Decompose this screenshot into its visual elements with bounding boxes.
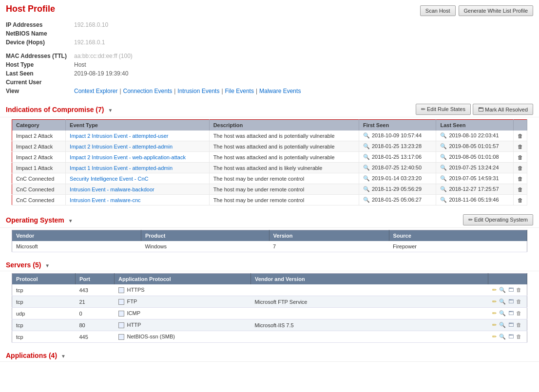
server-table-row: tcp 21 FTP Microsoft FTP Service ✏ 🔍 🗔 🗑 bbox=[12, 296, 527, 308]
srv-actions: ✏ 🔍 🗔 🗑 bbox=[488, 319, 527, 331]
delete-icon[interactable]: 🗑 bbox=[516, 287, 521, 293]
srv-port: 0 bbox=[76, 308, 115, 319]
os-version: 7 bbox=[269, 241, 389, 252]
copy-icon[interactable]: 🗔 bbox=[508, 287, 514, 293]
search-icon[interactable]: 🔍 bbox=[499, 334, 506, 339]
ioc-first-seen: 🔍2018-01-25 13:23:28 bbox=[359, 141, 436, 152]
search-icon[interactable]: 🔍 bbox=[363, 132, 370, 138]
copy-icon[interactable]: 🗔 bbox=[508, 299, 514, 304]
intrusion-events-link[interactable]: Intrusion Events bbox=[177, 88, 219, 94]
server-table-row: tcp 80 HTTP Microsoft-IIS 7.5 ✏ 🔍 🗔 🗑 bbox=[12, 319, 527, 331]
server-table-row: udp 0 ICMP ✏ 🔍 🗔 🗑 bbox=[12, 308, 527, 319]
search-icon[interactable]: 🔍 bbox=[499, 322, 506, 328]
malware-events-link[interactable]: Malware Events bbox=[259, 88, 301, 94]
ioc-delete[interactable]: 🗑 bbox=[514, 195, 527, 205]
delete-icon[interactable]: 🗑 bbox=[516, 310, 521, 316]
edit-icon[interactable]: ✏ bbox=[492, 287, 497, 293]
ioc-last-seen: 🔍2019-08-05 01:01:57 bbox=[436, 141, 514, 152]
ioc-table-row: Impact 2 Attack Impact 2 Intrusion Event… bbox=[12, 152, 527, 163]
search-icon[interactable]: 🔍 bbox=[363, 165, 370, 170]
search-icon[interactable]: 🔍 bbox=[440, 175, 447, 181]
edit-icon[interactable]: ✏ bbox=[492, 334, 497, 339]
device-value: 192.168.0.1 bbox=[74, 38, 533, 46]
context-explorer-link[interactable]: Context Explorer bbox=[74, 88, 117, 94]
ioc-delete[interactable]: 🗑 bbox=[514, 184, 527, 195]
edit-rule-states-button[interactable]: ✏ Edit Rule States bbox=[416, 104, 471, 115]
scan-host-button[interactable]: Scan Host bbox=[420, 5, 456, 16]
srv-vendor-version: Microsoft FTP Service bbox=[251, 296, 488, 308]
search-icon[interactable]: 🔍 bbox=[363, 175, 370, 181]
srv-col-protocol: Protocol bbox=[12, 274, 76, 285]
edit-icon[interactable]: ✏ bbox=[492, 322, 497, 328]
srv-app-protocol: HTTPS bbox=[115, 284, 251, 296]
current-user-value bbox=[74, 78, 533, 86]
search-icon[interactable]: 🔍 bbox=[363, 143, 370, 149]
edit-os-button[interactable]: ✏ Edit Operating System bbox=[463, 214, 533, 225]
srv-actions: ✏ 🔍 🗔 🗑 bbox=[488, 284, 527, 296]
search-icon[interactable]: 🔍 bbox=[440, 132, 447, 138]
copy-icon[interactable]: 🗔 bbox=[508, 310, 514, 316]
edit-icon[interactable]: ✏ bbox=[492, 310, 497, 316]
delete-icon[interactable]: 🗑 bbox=[516, 334, 521, 339]
search-icon[interactable]: 🔍 bbox=[499, 299, 506, 304]
server-table-row: tcp 443 HTTPS ✏ 🔍 🗔 🗑 bbox=[12, 284, 527, 296]
mac-value: aa:bb:cc:dd:ee:ff (100) bbox=[74, 52, 533, 60]
copy-icon[interactable]: 🗔 bbox=[508, 334, 514, 339]
ioc-delete[interactable]: 🗑 bbox=[514, 173, 527, 184]
pencil-icon: ✏ bbox=[421, 106, 425, 112]
apps-section-title: Applications (4) ▼ bbox=[6, 352, 66, 359]
ioc-table-row: CnC Connected Security Intelligence Even… bbox=[12, 173, 527, 184]
ioc-last-seen: 🔍2018-12-27 17:25:57 bbox=[436, 184, 514, 195]
ioc-table-row: Impact 2 Attack Impact 2 Intrusion Event… bbox=[12, 141, 527, 152]
ioc-category: Impact 2 Attack bbox=[12, 131, 66, 141]
srv-protocol: tcp bbox=[12, 331, 76, 343]
srv-protocol: tcp bbox=[12, 284, 76, 296]
ioc-last-seen: 🔍2019-07-05 14:59:31 bbox=[436, 173, 514, 184]
mark-all-resolved-button[interactable]: 🗔 Mark All Resolved bbox=[473, 104, 533, 115]
search-icon[interactable]: 🔍 bbox=[440, 197, 447, 203]
ioc-category: CnC Connected bbox=[12, 173, 66, 184]
file-events-link[interactable]: File Events bbox=[225, 88, 254, 94]
ioc-description: The host may be under remote control bbox=[209, 173, 359, 184]
ioc-delete[interactable]: 🗑 bbox=[514, 152, 527, 163]
ioc-first-seen: 🔍2018-01-25 13:17:06 bbox=[359, 152, 436, 163]
search-icon[interactable]: 🔍 bbox=[363, 197, 370, 203]
search-icon[interactable]: 🔍 bbox=[440, 154, 447, 160]
ioc-first-seen: 🔍2018-07-25 12:40:50 bbox=[359, 163, 436, 173]
search-icon[interactable]: 🔍 bbox=[440, 143, 447, 149]
delete-icon[interactable]: 🗑 bbox=[516, 299, 521, 304]
os-col-vendor: Vendor bbox=[12, 230, 141, 242]
delete-icon[interactable]: 🗑 bbox=[516, 322, 521, 328]
ioc-category: Impact 2 Attack bbox=[12, 152, 66, 163]
ioc-delete[interactable]: 🗑 bbox=[514, 163, 527, 173]
os-col-source: Source bbox=[389, 230, 527, 242]
edit-icon[interactable]: ✏ bbox=[492, 299, 497, 304]
view-links: Context Explorer | Connection Events | I… bbox=[74, 87, 533, 95]
os-section-title: Operating System ▼ bbox=[6, 216, 73, 224]
protocol-icon bbox=[118, 322, 124, 328]
search-icon[interactable]: 🔍 bbox=[499, 287, 506, 293]
generate-whitelist-button[interactable]: Generate White List Profile bbox=[459, 5, 533, 16]
netbios-value bbox=[74, 30, 533, 37]
ioc-first-seen: 🔍2019-01-14 03:23:20 bbox=[359, 173, 436, 184]
search-icon[interactable]: 🔍 bbox=[440, 186, 447, 192]
search-icon[interactable]: 🔍 bbox=[363, 154, 370, 160]
ioc-table: Category Event Type Description First Se… bbox=[12, 119, 527, 205]
connection-events-link[interactable]: Connection Events bbox=[123, 88, 173, 94]
ioc-delete[interactable]: 🗑 bbox=[514, 131, 527, 141]
ioc-delete[interactable]: 🗑 bbox=[514, 141, 527, 152]
srv-app-protocol: NetBIOS-ssn (SMB) bbox=[115, 331, 251, 343]
search-icon[interactable]: 🔍 bbox=[363, 186, 370, 192]
ioc-description: The host may be under remote control bbox=[209, 195, 359, 205]
last-seen-value: 2019-08-19 19:39:40 bbox=[74, 70, 533, 77]
ioc-table-row: Impact 2 Attack Impact 2 Intrusion Event… bbox=[12, 131, 527, 141]
copy-icon[interactable]: 🗔 bbox=[508, 322, 514, 328]
ioc-category: Impact 1 Attack bbox=[12, 163, 66, 173]
device-label: Device (Hops) bbox=[6, 38, 74, 46]
srv-app-protocol: ICMP bbox=[115, 308, 251, 319]
ioc-col-event-type: Event Type bbox=[66, 120, 210, 131]
search-icon[interactable]: 🔍 bbox=[499, 310, 506, 316]
os-table-row: Microsoft Windows 7 Firepower bbox=[12, 241, 527, 252]
search-icon[interactable]: 🔍 bbox=[440, 165, 447, 170]
ioc-table-row: Impact 1 Attack Impact 1 Intrusion Event… bbox=[12, 163, 527, 173]
